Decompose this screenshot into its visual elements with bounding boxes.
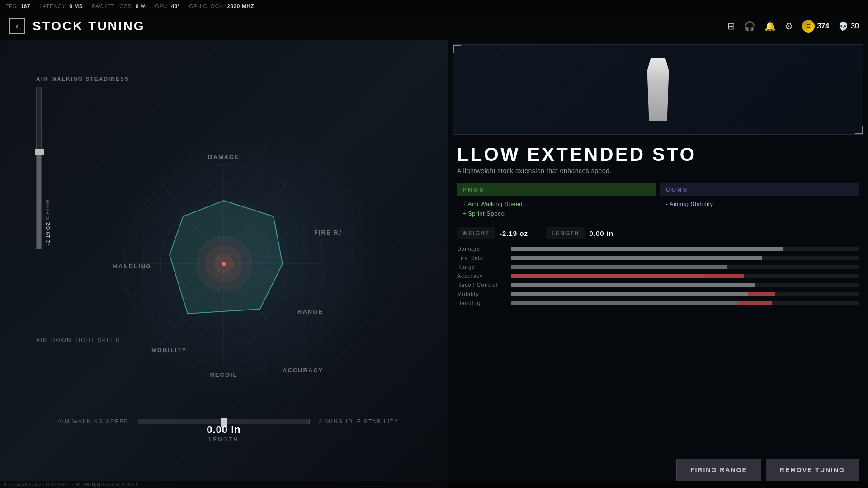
header: ‹ STOCK TUNING ⊞ 🎧 🔔 ⚙ C 374 💀 30 <box>0 13 868 40</box>
weight-length-display: WEIGHT -2.19 oz LENGTH 0.00 in <box>448 223 868 244</box>
weight-box: WEIGHT -2.19 oz <box>457 227 528 239</box>
stat-bar-3 <box>511 274 859 278</box>
back-button[interactable]: ‹ <box>9 18 25 34</box>
page-title: STOCK TUNING <box>33 19 145 33</box>
latency-value: 0 MS <box>69 3 83 9</box>
skull-icon: 💀 <box>838 21 848 31</box>
left-panel: AIM WALKING STEADINESS WEIGHT -2.19 OZ A… <box>0 40 448 488</box>
weight-label: WEIGHT <box>45 195 51 220</box>
stat-fill-1 <box>511 256 762 260</box>
fps-display: FPS: 167 <box>5 3 30 9</box>
settings-icon[interactable]: ⚙ <box>785 21 793 32</box>
fps-label: FPS: <box>5 3 19 9</box>
cons-column: CONS - Aiming Stability <box>660 183 859 218</box>
stat-row-recoil-control: Recoil Control <box>457 282 859 288</box>
stat-name-1: Fire Rate <box>457 255 511 261</box>
stat-name-3: Accuracy <box>457 273 511 279</box>
bell-icon[interactable]: 🔔 <box>764 21 776 32</box>
stat-row-fire-rate: Fire Rate <box>457 255 859 261</box>
stat-row-accuracy: Accuracy <box>457 273 859 279</box>
stats-bars: DamageFire RateRangeAccuracyRecoil Contr… <box>448 244 868 452</box>
length-label: LENGTH <box>207 436 241 443</box>
stat-delta-6 <box>737 301 772 305</box>
stat-row-mobility: Mobility <box>457 291 859 297</box>
pro-item-2: + Sprint Speed <box>457 209 656 218</box>
length-label-right: LENGTH <box>546 227 585 239</box>
remove-tuning-button[interactable]: REMOVE TUNING <box>766 459 859 481</box>
fps-value: 167 <box>21 3 31 9</box>
pros-header: PROS <box>457 183 656 196</box>
pros-column: PROS + Aim Walking Speed + Sprint Speed <box>457 183 656 218</box>
stat-name-0: Damage <box>457 246 511 252</box>
stat-bar-4 <box>511 283 859 287</box>
length-value-right: 0.00 in <box>589 230 613 237</box>
headset-icon[interactable]: 🎧 <box>744 21 755 32</box>
gpu-display: GPU: 43° <box>155 3 180 9</box>
currency-display: C 374 <box>802 20 830 33</box>
gpu-clock-label: GPU CLOCK: <box>189 3 225 9</box>
stat-row-damage: Damage <box>457 246 859 252</box>
weight-value-left: -2.19 OZ <box>45 222 51 245</box>
weapon-preview <box>453 44 863 135</box>
skull-currency-display: 💀 30 <box>838 21 859 31</box>
currency-value: 374 <box>817 22 830 30</box>
weight-label-right: WEIGHT <box>457 227 495 239</box>
status-bar: FPS: 167 LATENCY: 0 MS PACKET LOSS: 0 % … <box>0 0 868 13</box>
stat-name-5: Mobility <box>457 291 511 297</box>
aim-walking-speed-label: AIM WALKING SPEED <box>38 418 129 425</box>
stat-row-range: Range <box>457 264 859 270</box>
weapon-image <box>640 58 676 121</box>
packet-loss-value: 0 % <box>136 3 146 9</box>
svg-text:HANDLING: HANDLING <box>113 263 151 270</box>
aim-walking-steadiness-thumb[interactable] <box>35 149 44 155</box>
debug-info: 9.12.13758007 [72:117:1740+41] Tmc [7000… <box>0 481 868 488</box>
length-box: LENGTH 0.00 in <box>546 227 613 239</box>
stat-fill-3 <box>511 274 703 278</box>
gpu-value: 43° <box>171 3 180 9</box>
svg-text:ACCURACY: ACCURACY <box>283 367 323 374</box>
stat-fill-0 <box>511 247 783 251</box>
item-title-area: LLOW EXTENDED STO A lightweight stock ex… <box>448 139 868 179</box>
stat-delta-3 <box>703 274 744 278</box>
grid-icon[interactable]: ⊞ <box>727 21 735 32</box>
stat-name-4: Recoil Control <box>457 282 511 288</box>
con-item-1: - Aiming Stability <box>660 199 859 209</box>
svg-text:RECOIL: RECOIL <box>210 371 237 378</box>
latency-label: LATENCY: <box>39 3 67 9</box>
aiming-idle-stability-label: AIMING IDLE STABILITY <box>319 418 409 425</box>
stat-fill-6 <box>511 301 737 305</box>
gpu-label: GPU: <box>155 3 169 9</box>
header-right: ⊞ 🎧 🔔 ⚙ C 374 💀 30 <box>727 20 859 33</box>
svg-text:FIRE RATE: FIRE RATE <box>314 229 341 236</box>
svg-point-14 <box>222 262 226 266</box>
item-title: LLOW EXTENDED STO <box>457 144 859 165</box>
gpu-clock-display: GPU CLOCK: 2820 MHZ <box>189 3 254 9</box>
aim-walking-steadiness-slider[interactable] <box>36 87 42 249</box>
pros-cons: PROS + Aim Walking Speed + Sprint Speed … <box>448 179 868 223</box>
gpu-clock-value: 2820 MHZ <box>227 3 254 9</box>
stat-bar-5 <box>511 292 859 296</box>
latency-display: LATENCY: 0 MS <box>39 3 83 9</box>
skull-value: 30 <box>851 22 859 30</box>
main-content: AIM WALKING STEADINESS WEIGHT -2.19 OZ A… <box>0 40 868 488</box>
stat-row-handling: Handling <box>457 300 859 306</box>
svg-text:DAMAGE: DAMAGE <box>208 154 240 160</box>
svg-text:MOBILITY: MOBILITY <box>151 347 187 353</box>
stat-name-6: Handling <box>457 300 511 306</box>
length-display: 0.00 in LENGTH <box>207 424 241 443</box>
stat-delta-5 <box>748 292 776 296</box>
stat-bar-0 <box>511 247 859 251</box>
packet-loss-display: PACKET LOSS: 0 % <box>92 3 146 9</box>
stat-fill-4 <box>511 283 755 287</box>
packet-loss-label: PACKET LOSS: <box>92 3 133 9</box>
stat-fill-2 <box>511 265 727 269</box>
stat-name-2: Range <box>457 264 511 270</box>
weight-value-right: -2.19 oz <box>500 230 528 237</box>
item-description: A lightweight stock extension that enhan… <box>457 167 859 174</box>
firing-range-button[interactable]: FIRING RANGE <box>676 459 761 481</box>
stat-bar-1 <box>511 256 859 260</box>
cons-header: CONS <box>660 183 859 196</box>
right-panel: LLOW EXTENDED STO A lightweight stock ex… <box>448 40 868 488</box>
currency-icon: C <box>802 20 815 33</box>
stat-bar-2 <box>511 265 859 269</box>
